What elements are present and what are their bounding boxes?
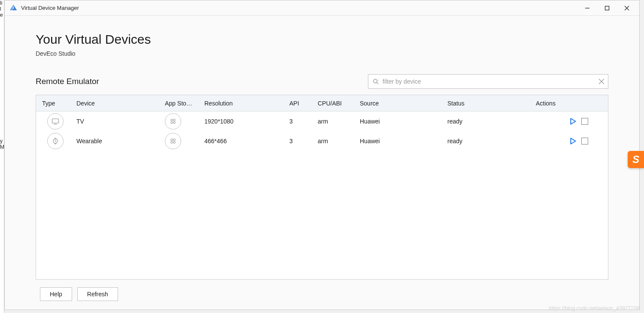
devices-table: Type Device App Sto… Resolution API CPU/… [36,95,608,280]
cell-device: Wearable [76,138,165,144]
background-editor-strip: lileyM [0,0,4,313]
page-subtitle: DevEco Studio [36,50,608,57]
search-icon [373,78,379,85]
stop-button[interactable] [581,138,588,144]
minimize-button[interactable] [577,1,597,15]
cell-api: 3 [289,118,318,125]
appstore-icon [165,133,181,149]
svg-point-12 [171,122,173,124]
col-header-appstore[interactable]: App Sto… [165,100,204,107]
cell-status: ready [447,118,536,125]
cell-source: Huawei [360,138,447,144]
svg-rect-1 [605,6,609,10]
cell-status: ready [447,138,536,144]
svg-point-11 [173,119,176,121]
svg-point-13 [173,122,176,124]
col-header-api[interactable]: API [289,100,318,107]
table-row: TV 1920*1080 3 arm Huawei ready [36,111,608,131]
col-header-status[interactable]: Status [447,100,536,107]
cell-api: 3 [289,138,318,144]
search-box[interactable] [368,74,608,89]
svg-line-5 [377,82,378,84]
stop-button[interactable] [581,118,588,125]
table-header-row: Type Device App Sto… Resolution API CPU/… [36,95,608,111]
maximize-button[interactable] [597,1,617,15]
svg-point-4 [374,79,377,82]
virtual-device-manager-window: Virtual Device Manager Your Virtual Devi… [4,0,640,310]
titlebar: Virtual Device Manager [5,0,639,16]
close-button[interactable] [617,1,637,15]
tv-icon [47,113,64,129]
run-button[interactable] [569,117,577,125]
help-button[interactable]: Help [40,287,72,301]
app-logo-icon [9,4,18,12]
footer-bar: Help Refresh [5,280,639,310]
window-title: Virtual Device Manager [21,5,577,11]
section-title: Remote Emulator [36,77,368,86]
page-title: Your Virtual Devices [36,32,608,47]
cell-cpu: arm [318,138,360,144]
table-row: Wearable 466*466 3 arm Huawei ready [36,131,608,151]
watch-icon [47,133,64,149]
col-header-device[interactable]: Device [76,100,165,107]
cell-source: Huawei [360,118,447,125]
search-input[interactable] [383,78,595,85]
svg-point-17 [171,141,173,144]
col-header-source[interactable]: Source [360,100,447,107]
refresh-button[interactable]: Refresh [77,287,118,301]
col-header-cpu[interactable]: CPU/ABI [318,100,360,107]
col-header-actions: Actions [536,100,608,107]
svg-point-18 [173,141,176,144]
svg-point-10 [171,119,173,121]
cell-resolution: 466*466 [204,138,289,144]
run-button[interactable] [569,137,577,145]
svg-point-16 [173,139,176,141]
col-header-resolution[interactable]: Resolution [204,100,289,107]
cell-device: TV [76,118,165,125]
clear-search-icon[interactable] [598,78,605,84]
appstore-icon [165,113,181,129]
col-header-type[interactable]: Type [36,100,76,107]
watermark-text: https://blog.csdn.net/weixin_43927238 [549,305,640,311]
cell-resolution: 1920*1080 [204,118,289,125]
cell-cpu: arm [318,118,360,125]
svg-point-15 [171,139,173,141]
ime-badge-icon[interactable]: S [628,151,644,168]
content-area: Your Virtual Devices DevEco Studio Remot… [5,16,639,280]
svg-rect-8 [52,119,59,123]
